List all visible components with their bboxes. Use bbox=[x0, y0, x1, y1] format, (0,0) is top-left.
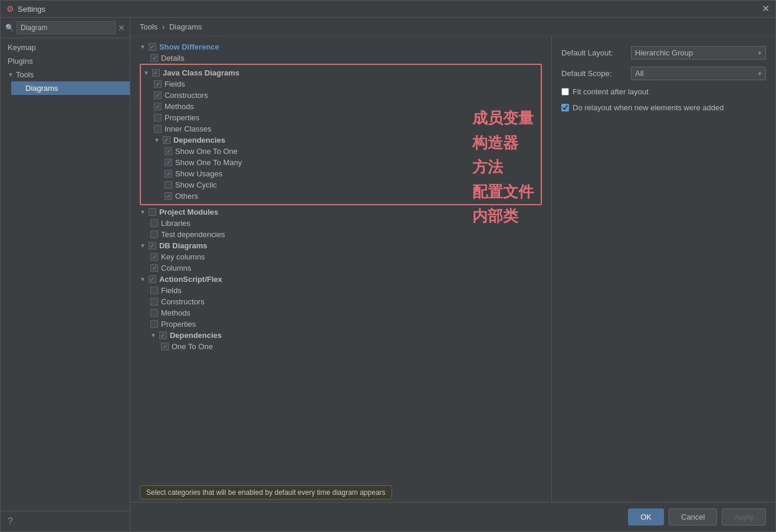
tree-item-as-methods[interactable]: ✓ Methods bbox=[150, 307, 542, 318]
sidebar: 🔍 ✕ Keymap Plugins ▼ Tools Diagrams bbox=[1, 18, 130, 531]
tree-item-others[interactable]: ✓ Others bbox=[165, 191, 538, 202]
search-input[interactable] bbox=[17, 21, 116, 34]
as-fields-label: Fields bbox=[161, 286, 182, 295]
right-panel: Default Layout: Hierarchic Group Organic… bbox=[551, 37, 775, 502]
nav-tree: Keymap Plugins ▼ Tools Diagrams bbox=[1, 38, 130, 511]
default-layout-label: Default Layout: bbox=[561, 48, 626, 57]
tree-item-actionscript[interactable]: ▼ ✓ ActionScript/Flex bbox=[140, 274, 542, 285]
breadcrumb-arrow: › bbox=[162, 22, 165, 31]
dialog-footer: OK Cancel Apply bbox=[130, 502, 775, 531]
tree-item-as-properties[interactable]: ✓ Properties bbox=[150, 318, 542, 330]
tree-item-project-modules[interactable]: ▼ ✓ Project Modules bbox=[140, 206, 542, 218]
as-dependencies-checkbox[interactable]: ✓ bbox=[159, 331, 167, 339]
java-class-expand: ▼ bbox=[143, 70, 149, 76]
tree-item-key-columns[interactable]: ✓ Key columns bbox=[150, 251, 542, 262]
dependencies-label: Dependencies bbox=[173, 136, 225, 145]
fit-content-row: Fit content after layout bbox=[561, 87, 766, 96]
tree-item-test-dependencies[interactable]: ✓ Test dependencies bbox=[150, 229, 542, 240]
as-one-to-one-label: One To One bbox=[172, 342, 213, 351]
search-icon: 🔍 bbox=[5, 24, 14, 32]
methods-checkbox[interactable]: ✓ bbox=[154, 103, 162, 110]
tree-item-columns[interactable]: ✓ Columns bbox=[150, 262, 542, 274]
show-difference-checkbox[interactable]: ✓ bbox=[149, 43, 156, 51]
details-checkbox[interactable]: ✓ bbox=[150, 54, 158, 62]
as-constructors-label: Constructors bbox=[161, 297, 205, 306]
default-layout-select-wrapper: Hierarchic Group Organic Circular bbox=[631, 46, 766, 60]
tree-item-libraries[interactable]: ✓ Libraries bbox=[150, 218, 542, 229]
breadcrumb: Tools › Diagrams bbox=[130, 18, 775, 37]
as-properties-checkbox[interactable]: ✓ bbox=[150, 320, 158, 328]
tree-item-java-class[interactable]: ▼ ✓ Java Class Diagrams bbox=[143, 67, 538, 78]
fit-content-checkbox[interactable] bbox=[561, 88, 569, 96]
default-layout-select[interactable]: Hierarchic Group Organic Circular bbox=[631, 46, 766, 60]
inner-classes-checkbox[interactable]: ✓ bbox=[154, 125, 162, 133]
tree-item-as-dependencies[interactable]: ▼ ✓ Dependencies bbox=[150, 330, 542, 341]
test-dependencies-label: Test dependencies bbox=[161, 230, 225, 239]
key-columns-label: Key columns bbox=[161, 252, 205, 261]
help-button[interactable]: ? bbox=[1, 511, 130, 531]
as-one-to-one-checkbox[interactable]: ✓ bbox=[161, 343, 169, 350]
as-dependencies-expand: ▼ bbox=[150, 332, 156, 339]
tree-item-as-fields[interactable]: ✓ Fields bbox=[150, 285, 542, 296]
project-modules-checkbox[interactable]: ✓ bbox=[149, 208, 156, 216]
as-fields-checkbox[interactable]: ✓ bbox=[150, 287, 158, 294]
db-diagrams-checkbox[interactable]: ✓ bbox=[149, 242, 156, 249]
key-columns-checkbox[interactable]: ✓ bbox=[150, 253, 158, 261]
sidebar-item-plugins[interactable]: Plugins bbox=[1, 54, 130, 68]
tree-item-show-one-to-many[interactable]: ✓ Show One To Many bbox=[165, 157, 538, 168]
one-to-one-checkbox[interactable]: ✓ bbox=[165, 147, 172, 155]
close-button[interactable]: ✕ bbox=[762, 4, 770, 14]
properties-checkbox[interactable]: ✓ bbox=[154, 114, 162, 121]
tree-item-methods[interactable]: ✓ Methods bbox=[154, 101, 538, 112]
details-label: Details bbox=[161, 54, 185, 63]
show-cyclic-checkbox[interactable]: ✓ bbox=[165, 181, 172, 189]
actionscript-checkbox[interactable]: ✓ bbox=[149, 275, 156, 283]
fields-checkbox[interactable]: ✓ bbox=[154, 80, 162, 88]
tree-item-as-constructors[interactable]: ✓ Constructors bbox=[150, 296, 542, 307]
tree-item-show-one-to-one[interactable]: ✓ Show One To One bbox=[165, 146, 538, 157]
ok-button[interactable]: OK bbox=[628, 508, 664, 526]
constructors-checkbox[interactable]: ✓ bbox=[154, 91, 162, 99]
show-cyclic-label: Show Cyclic bbox=[175, 180, 217, 189]
tree-item-show-usages[interactable]: ✓ Show Usages bbox=[165, 168, 538, 179]
libraries-checkbox[interactable]: ✓ bbox=[150, 219, 158, 227]
sidebar-item-keymap[interactable]: Keymap bbox=[1, 41, 130, 54]
tree-item-constructors[interactable]: ✓ Constructors bbox=[154, 90, 538, 101]
settings-tree: ▼ ✓ Show Difference ✓ Details ▼ bbox=[130, 37, 551, 482]
tree-item-fields[interactable]: ✓ Fields bbox=[154, 78, 538, 90]
sidebar-item-diagrams[interactable]: Diagrams bbox=[11, 81, 130, 95]
one-to-many-checkbox[interactable]: ✓ bbox=[165, 159, 172, 166]
columns-label: Columns bbox=[161, 264, 191, 272]
sidebar-item-tools[interactable]: ▼ Tools bbox=[1, 68, 130, 81]
as-constructors-checkbox[interactable]: ✓ bbox=[150, 298, 158, 306]
tree-item-show-cyclic[interactable]: ✓ Show Cyclic bbox=[165, 179, 538, 191]
others-checkbox[interactable]: ✓ bbox=[165, 192, 172, 200]
default-scope-select[interactable]: All Project bbox=[631, 67, 766, 80]
tree-item-as-one-to-one[interactable]: ✓ One To One bbox=[161, 341, 542, 352]
db-diagrams-expand: ▼ bbox=[140, 242, 146, 249]
show-usages-checkbox[interactable]: ✓ bbox=[165, 170, 172, 178]
apply-button[interactable]: Apply bbox=[722, 508, 766, 526]
show-difference-label: Show Difference bbox=[159, 42, 219, 51]
db-diagrams-label: DB Diagrams bbox=[159, 241, 208, 250]
dependencies-checkbox[interactable]: ✓ bbox=[163, 136, 170, 144]
tree-item-properties[interactable]: ✓ Properties bbox=[154, 112, 538, 123]
java-class-checkbox[interactable]: ✓ bbox=[152, 69, 160, 77]
tree-item-details[interactable]: ✓ Details bbox=[150, 52, 542, 64]
cancel-button[interactable]: Cancel bbox=[669, 508, 717, 526]
fields-label: Fields bbox=[165, 80, 185, 88]
clear-search-icon[interactable]: ✕ bbox=[118, 23, 125, 32]
relayout-checkbox[interactable] bbox=[561, 104, 569, 111]
diagrams-label: Diagrams bbox=[25, 84, 58, 93]
actionscript-expand: ▼ bbox=[140, 276, 146, 283]
show-difference-expand: ▼ bbox=[140, 44, 146, 50]
tree-item-inner-classes[interactable]: ✓ Inner Classes bbox=[154, 123, 538, 134]
test-dependencies-checkbox[interactable]: ✓ bbox=[150, 231, 158, 238]
columns-checkbox[interactable]: ✓ bbox=[150, 264, 158, 272]
as-methods-checkbox[interactable]: ✓ bbox=[150, 309, 158, 317]
tree-item-db-diagrams[interactable]: ▼ ✓ DB Diagrams bbox=[140, 240, 542, 251]
tree-item-dependencies[interactable]: ▼ ✓ Dependencies bbox=[154, 134, 538, 146]
tree-item-show-difference[interactable]: ▼ ✓ Show Difference bbox=[140, 41, 542, 52]
dependencies-expand: ▼ bbox=[154, 137, 160, 143]
project-modules-expand: ▼ bbox=[140, 209, 146, 215]
